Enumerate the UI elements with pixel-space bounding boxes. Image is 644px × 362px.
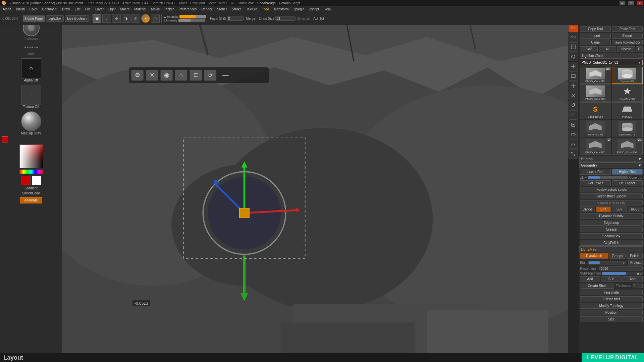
- goz-button[interactable]: GoZ: [580, 46, 598, 52]
- all-button[interactable]: All: [599, 46, 616, 52]
- preview-subdiv-button[interactable]: Preview SubDiv Levels: [580, 187, 643, 192]
- icon-current[interactable]: [569, 52, 578, 61]
- thickness-input[interactable]: 4: [633, 284, 643, 288]
- tool-item-cube3d-2[interactable]: 2 PM3D_Cube3D1: [580, 138, 611, 155]
- sub-button[interactable]: Sub: [601, 276, 621, 282]
- home-page-button[interactable]: Home Page: [23, 15, 45, 22]
- menu-stencil[interactable]: Stencil: [215, 7, 229, 11]
- tool-item-cube3d-3[interactable]: 20 PM3D_Cube3D1: [612, 138, 643, 155]
- current-tool-expand[interactable]: ▼: [638, 61, 641, 64]
- menu-zscript[interactable]: Zscript: [307, 7, 321, 11]
- divide-button[interactable]: Divide: [580, 206, 595, 212]
- dynamic-subdiv-button[interactable]: Dynamic Subdiv: [580, 213, 643, 219]
- zdiv-slider[interactable]: [588, 176, 628, 179]
- maximize-button[interactable]: □: [628, 1, 634, 5]
- polish-button[interactable]: Polish: [627, 253, 643, 259]
- menu-alpha[interactable]: Alpha: [1, 7, 13, 11]
- shadowbox-button[interactable]: ShadowBox: [580, 233, 643, 239]
- and-button[interactable]: And: [623, 276, 643, 282]
- create-shell-button[interactable]: Create Shell: [580, 283, 614, 289]
- icon-scale[interactable]: [569, 91, 578, 100]
- scale-mode-btn[interactable]: ⊙: [112, 14, 121, 23]
- reconstruct-subdiv-button[interactable]: Reconstruct Subdiv: [580, 193, 643, 199]
- color-indicator[interactable]: [2, 136, 8, 142]
- close-button[interactable]: ×: [637, 1, 643, 5]
- suv-button[interactable]: Suv: [612, 206, 627, 212]
- icon-con[interactable]: Con: [569, 33, 578, 42]
- menu-zplugin[interactable]: Zplugin: [291, 7, 306, 11]
- minimize-button[interactable]: –: [620, 1, 626, 5]
- texture-preview[interactable]: ▪: [21, 85, 41, 105]
- focal-shift-value[interactable]: 0: [227, 16, 244, 21]
- lightbox-button[interactable]: LightBox: [46, 15, 64, 22]
- brush-selector-btn[interactable]: ●: [141, 14, 150, 23]
- quick-save-button[interactable]: QuickSave: [237, 1, 254, 5]
- tessimate-button[interactable]: Tessimate: [580, 290, 643, 295]
- icon-snap[interactable]: [569, 149, 578, 159]
- claypolish-button[interactable]: ClayPolish: [580, 240, 643, 246]
- tool-item-cube3d1-2[interactable]: PM3D_Cube3D1: [580, 84, 611, 102]
- dynamesh-header[interactable]: DynaMesh: [579, 246, 643, 252]
- menu-render[interactable]: Render: [199, 7, 214, 11]
- menu-picker[interactable]: Picker: [163, 7, 176, 11]
- import-button[interactable]: Import: [580, 33, 611, 39]
- lightbox-tools-button[interactable]: Lightbox▸Tools: [580, 53, 643, 59]
- draw-mode-btn[interactable]: ▣: [93, 14, 101, 23]
- del-lower-button[interactable]: Del Lower: [580, 180, 611, 186]
- icon-act[interactable]: [569, 42, 578, 52]
- menu-file[interactable]: File: [83, 7, 93, 11]
- dynamesh-button[interactable]: DynaMesh: [580, 253, 608, 259]
- menu-transform[interactable]: Transform: [271, 7, 290, 11]
- menu-layer[interactable]: Layer: [93, 7, 106, 11]
- position-button[interactable]: Position: [580, 310, 643, 315]
- menu-stroke[interactable]: Stroke: [230, 7, 244, 11]
- menu-preferences[interactable]: Preferences: [176, 7, 199, 11]
- subtool-header[interactable]: Subtool ▼: [579, 156, 643, 162]
- tool-item-polymesh3d[interactable]: PolyMesh3D: [612, 84, 643, 102]
- icon-sculpt[interactable]: [569, 139, 578, 149]
- menu-light[interactable]: Light: [106, 7, 118, 11]
- tool-item-plane3d[interactable]: Plane3D: [612, 102, 643, 119]
- draw-size-value[interactable]: 31: [275, 16, 296, 21]
- geometry-header[interactable]: Geometry ▼: [579, 162, 643, 168]
- hue-slider[interactable]: [19, 170, 43, 174]
- tool-item-cube3d1[interactable]: 20 PM3D_Cube3D1: [580, 67, 611, 84]
- tool-item-store[interactable]: Store_bis_01: [580, 120, 611, 137]
- groups-button[interactable]: Groups: [609, 253, 626, 259]
- tool-item-cylinder3d[interactable]: Cylinder3D: [612, 67, 643, 84]
- menu-movie[interactable]: Movie: [149, 7, 162, 11]
- smooth-btn[interactable]: ◎: [131, 14, 140, 23]
- crease-button[interactable]: Crease: [580, 227, 643, 232]
- modify-topology-button[interactable]: Modify Topology: [580, 303, 643, 309]
- color-swatch-red[interactable]: [21, 176, 31, 185]
- add-button[interactable]: Add: [580, 276, 600, 282]
- color-swatch-white[interactable]: [32, 176, 41, 185]
- menu-macro[interactable]: Macro: [118, 7, 132, 11]
- menu-tool[interactable]: Tool: [260, 7, 271, 11]
- paste-tool-button[interactable]: Paste Tool: [612, 26, 643, 32]
- alpha-preview[interactable]: ○: [21, 58, 41, 78]
- menu-color[interactable]: Color: [28, 7, 40, 11]
- del-higher-button[interactable]: Del Higher: [612, 180, 643, 186]
- menu-help[interactable]: Help: [322, 7, 333, 11]
- stroke-btn[interactable]: ◌: [151, 14, 160, 23]
- r-button[interactable]: R: [636, 46, 643, 52]
- make-polymesh3d-button[interactable]: Make PolyMesh3D: [612, 40, 643, 45]
- live-boolean-button[interactable]: Live Boolean: [65, 15, 89, 22]
- z-intensity-slider[interactable]: [178, 19, 205, 22]
- menu-texture[interactable]: Texture: [244, 7, 259, 11]
- smt-button[interactable]: Smt: [596, 206, 611, 212]
- clone-button[interactable]: Clone: [580, 40, 611, 45]
- tool-item-cylinder3d1[interactable]: Cylinder3D_1: [612, 120, 643, 137]
- menu-edit[interactable]: Edit: [73, 7, 83, 11]
- subprojection-slider[interactable]: 0.6: [602, 272, 643, 275]
- copy-tool-button[interactable]: Copy Tool: [580, 26, 611, 32]
- gizmo-center-handle[interactable]: [239, 208, 249, 218]
- matcap-preview[interactable]: [21, 111, 41, 131]
- menu-brush[interactable]: Brush: [14, 7, 27, 11]
- zremesher-button[interactable]: ZRemesher: [580, 296, 643, 302]
- project-button[interactable]: Project: [628, 260, 643, 265]
- alternate-button[interactable]: Alternate: [20, 197, 42, 203]
- color-picker[interactable]: [19, 144, 43, 168]
- ruuv-button[interactable]: RUUV: [628, 207, 643, 212]
